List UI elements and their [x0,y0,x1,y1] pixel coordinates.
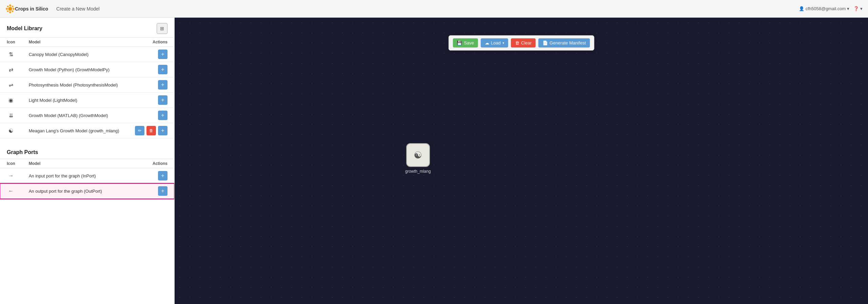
canvas-node-growth-mlang[interactable]: ☯ growth_mlang [405,143,431,174]
model-actions: ✏🗑+ [127,123,174,138]
model-library-row: ⇅Canopy Model (CanopyModel)+ [0,47,174,62]
model-icon: ☯ [0,123,22,138]
add-model-button[interactable]: + [158,50,167,59]
model-library-row: ⇄Growth Model (Python) (GrowthModelPy)+ [0,62,174,77]
col-model-header: Model [22,38,127,47]
model-name: Canopy Model (CanopyModel) [22,47,127,62]
topbar-right: 👤 cfh5058@gmail.com ▾ ❓ ▾ [799,6,863,11]
app-logo [5,4,15,14]
canvas-area[interactable]: 💾 Save ☁ Load ▾ 🗑 Clear 📄 Generate Manif… [175,18,868,304]
load-button[interactable]: ☁ Load ▾ [481,38,508,48]
port-name: An input port for the graph (InPort) [22,168,137,184]
col-actions-header: Actions [127,38,174,47]
model-library-row: ⇊Growth Model (MATLAB) (GrowthModel)+ [0,108,174,123]
add-port-button[interactable]: + [158,171,167,180]
port-name: An output port for the graph (OutPort) [22,184,137,199]
model-actions: + [127,62,174,77]
svg-point-4 [13,8,15,10]
delete-model-button[interactable]: 🗑 [146,126,156,135]
svg-point-7 [12,5,14,7]
model-library-header-row: Icon Model Actions [0,38,174,47]
add-model-button[interactable]: + [158,95,167,105]
topbar: Crops in Silico Create a New Model 👤 cfh… [0,0,868,18]
model-icon: ◉ [0,93,22,108]
graph-ports-header-row: Icon Model Actions [0,159,174,168]
model-icon: ⇄ [0,62,22,77]
add-model-button[interactable]: + [158,111,167,120]
port-icon: → [0,168,22,184]
load-dropdown-icon: ▾ [502,41,504,45]
sidebar: Model Library ⊞ Icon Model Actions ⇅Cano… [0,18,175,304]
model-name: Photosynthesis Model (PhotosynthesisMode… [22,77,127,93]
add-model-button[interactable]: + [158,65,167,74]
graph-ports-table: Icon Model Actions →An input port for th… [0,159,174,199]
col-icon-header: Icon [0,38,22,47]
clear-button[interactable]: 🗑 Clear [511,38,536,48]
model-actions: + [127,108,174,123]
model-library-title: Model Library [7,25,42,32]
model-actions: + [127,93,174,108]
add-model-button[interactable]: + [158,126,167,135]
model-name: Meagan Lang's Growth Model (growth_mlang… [22,123,127,138]
model-icon: ⇅ [0,47,22,62]
svg-point-2 [9,11,11,13]
model-library-table: Icon Model Actions ⇅Canopy Model (Canopy… [0,37,174,138]
model-actions: + [127,77,174,93]
model-icon: ⇌ [0,77,22,93]
svg-point-1 [9,4,11,6]
port-actions: + [137,184,174,199]
svg-point-6 [12,10,14,12]
graph-ports-title: Graph Ports [7,149,38,155]
node-icon: ☯ [406,143,430,167]
svg-point-8 [7,10,9,12]
main-layout: Model Library ⊞ Icon Model Actions ⇅Cano… [0,18,868,304]
ports-col-actions-header: Actions [137,159,174,168]
model-library-header: Model Library ⊞ [0,18,174,37]
add-port-button[interactable]: + [158,186,167,196]
ports-col-icon-header: Icon [0,159,22,168]
load-icon: ☁ [485,40,489,45]
manifest-icon: 📄 [542,40,548,45]
node-label: growth_mlang [405,169,431,174]
graph-port-row: ←An output port for the graph (OutPort)+ [0,184,174,199]
graph-port-row: →An input port for the graph (InPort)+ [0,168,174,184]
add-model-button[interactable]: + [158,80,167,90]
user-email[interactable]: 👤 cfh5058@gmail.com ▾ [799,6,850,11]
model-name: Light Model (LightModel) [22,93,127,108]
model-library-row: ☯Meagan Lang's Growth Model (growth_mlan… [0,123,174,138]
model-library-row: ⇌Photosynthesis Model (PhotosynthesisMod… [0,77,174,93]
clear-icon: 🗑 [515,40,519,45]
app-name: Crops in Silico [15,6,48,12]
graph-ports-header: Graph Ports [0,144,174,159]
svg-point-5 [7,5,9,7]
help-button[interactable]: ❓ ▾ [853,6,863,11]
edit-model-button[interactable]: ✏ [135,126,144,135]
model-actions: + [127,47,174,62]
svg-point-9 [9,7,12,10]
model-name: Growth Model (MATLAB) (GrowthModel) [22,108,127,123]
help-dropdown-icon: ▾ [860,6,863,11]
expand-model-library-button[interactable]: ⊞ [157,23,167,34]
model-name: Growth Model (Python) (GrowthModelPy) [22,62,127,77]
port-icon: ← [0,184,22,199]
ports-col-model-header: Model [22,159,137,168]
canvas-toolbar: 💾 Save ☁ Load ▾ 🗑 Clear 📄 Generate Manif… [448,35,594,51]
save-button[interactable]: 💾 Save [453,38,478,48]
model-icon: ⇊ [0,108,22,123]
svg-point-3 [6,8,8,10]
breadcrumb: Create a New Model [56,6,100,12]
user-icon: 👤 [799,6,804,11]
user-dropdown-icon: ▾ [847,6,849,11]
port-actions: + [137,168,174,184]
generate-manifest-button[interactable]: 📄 Generate Manifest [538,38,590,48]
model-library-row: ◉Light Model (LightModel)+ [0,93,174,108]
save-icon: 💾 [457,40,462,45]
